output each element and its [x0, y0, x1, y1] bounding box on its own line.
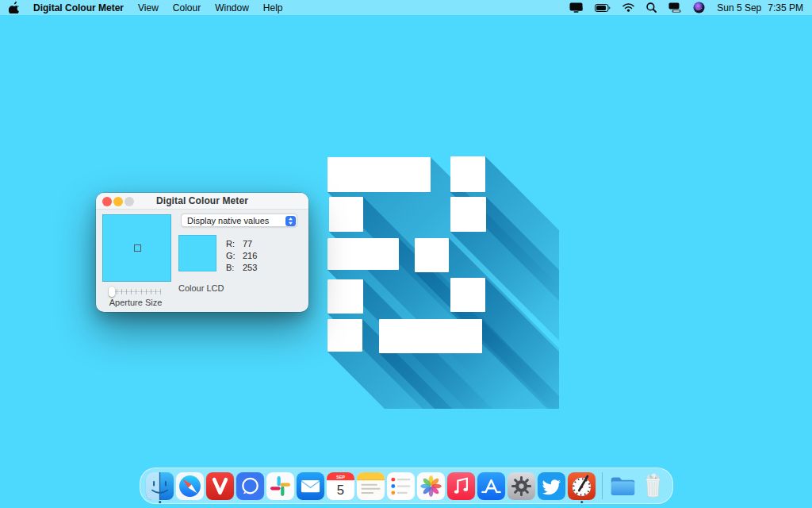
dock-music-icon[interactable]	[446, 468, 476, 504]
slider-tick	[155, 289, 156, 294]
dock-calendar-icon[interactable]: SEP5	[326, 468, 355, 504]
logo-block	[379, 319, 482, 353]
slider-tick	[136, 289, 136, 294]
menubar-clock[interactable]: Sun 5 Sep 7:35 PM	[717, 2, 803, 13]
slider-tick	[160, 289, 161, 294]
dock-finder-icon[interactable]	[145, 468, 174, 504]
dock-mail-icon[interactable]	[296, 468, 325, 504]
menu-help[interactable]: Help	[263, 2, 283, 13]
slider-tick	[121, 289, 122, 294]
wifi-icon[interactable]	[622, 0, 634, 15]
window-titlebar[interactable]: Digital Colour Meter	[96, 193, 308, 210]
logo-block	[327, 319, 362, 352]
logo-block	[450, 197, 486, 232]
siri-icon[interactable]	[693, 0, 705, 15]
dropdown-selected-value: Display native values	[187, 216, 269, 225]
aperture-size-label: Aperture Size	[101, 298, 170, 307]
svg-text:5: 5	[337, 483, 344, 498]
menu-window[interactable]: Window	[215, 2, 249, 13]
slider-tick	[126, 289, 127, 294]
dock-digital-colour-meter-icon[interactable]	[567, 468, 596, 504]
apple-menu-icon[interactable]	[9, 0, 19, 15]
rgb-value-b: 253	[243, 263, 257, 272]
logo-block	[327, 238, 399, 270]
rgb-values: R:77G:216B:253	[226, 237, 257, 273]
digital-colour-meter-window: Digital Colour Meter Display native valu…	[96, 193, 308, 312]
dock: SEP5	[140, 468, 673, 504]
logo-block	[327, 157, 431, 192]
rgb-label-g: G:	[226, 251, 239, 260]
slider-tick	[117, 289, 117, 294]
dock-twitter-icon[interactable]	[537, 468, 566, 504]
rgb-row-r: R:77	[226, 237, 257, 249]
menu-colour[interactable]: Colour	[173, 2, 201, 13]
aperture-size-slider[interactable]	[109, 287, 161, 297]
close-button[interactable]	[102, 197, 112, 206]
dock-signal-icon[interactable]	[236, 468, 265, 504]
aperture-square	[134, 244, 141, 252]
display-settings-icon[interactable]	[668, 0, 681, 15]
slider-tick	[141, 289, 142, 294]
dock-safari-icon[interactable]	[175, 468, 205, 504]
logo-block	[450, 278, 485, 312]
slider-tick	[131, 289, 132, 294]
running-indicator	[580, 501, 584, 504]
menu-bar: Digital Colour Meter ViewColourWindowHel…	[0, 0, 812, 15]
dock-notes-icon[interactable]	[356, 468, 385, 504]
dock-system-preferences-icon[interactable]	[507, 468, 536, 504]
wallpaper-logo	[327, 155, 559, 409]
rgb-value-r: 77	[243, 239, 252, 248]
logo-block	[415, 238, 449, 272]
dock-photos-icon[interactable]	[416, 468, 446, 504]
rgb-row-b: B:253	[226, 261, 257, 273]
dock-slack-icon[interactable]	[266, 468, 295, 504]
logo-block	[327, 279, 363, 314]
active-app-name[interactable]: Digital Colour Meter	[33, 2, 124, 13]
rgb-value-g: 216	[243, 251, 257, 260]
chevron-up-down-icon	[285, 216, 296, 226]
display-mirroring-icon[interactable]	[569, 0, 583, 15]
logo-block	[329, 197, 363, 232]
clock-time: 7:35 PM	[768, 2, 803, 13]
running-indicator	[159, 501, 162, 504]
dock-app-store-icon[interactable]	[477, 468, 506, 504]
svg-text:SEP: SEP	[336, 474, 345, 479]
dock-reminders-icon[interactable]	[386, 468, 416, 504]
menu-view[interactable]: View	[138, 2, 159, 13]
zoom-button	[124, 197, 134, 206]
magnified-pixel-preview	[102, 214, 171, 282]
display-mode-dropdown[interactable]: Display native values	[181, 214, 297, 227]
slider-tick	[146, 289, 147, 294]
rgb-label-b: B:	[226, 263, 239, 272]
minimize-button[interactable]	[113, 197, 123, 206]
display-name-label: Colour LCD	[178, 283, 224, 293]
dock-separator	[602, 472, 603, 499]
dock-folder-icon[interactable]	[608, 468, 638, 504]
rgb-label-r: R:	[226, 239, 239, 248]
measured-colour-swatch	[178, 235, 216, 271]
dock-vivaldi-icon[interactable]	[205, 468, 235, 504]
spotlight-icon[interactable]	[646, 0, 657, 15]
slider-tick	[151, 289, 151, 294]
rgb-row-g: G:216	[226, 249, 257, 261]
clock-date: Sun 5 Sep	[717, 2, 761, 13]
battery-icon[interactable]	[595, 0, 611, 15]
dock-trash-icon[interactable]	[638, 468, 668, 504]
logo-block	[450, 156, 485, 192]
slider-thumb[interactable]	[109, 287, 115, 297]
